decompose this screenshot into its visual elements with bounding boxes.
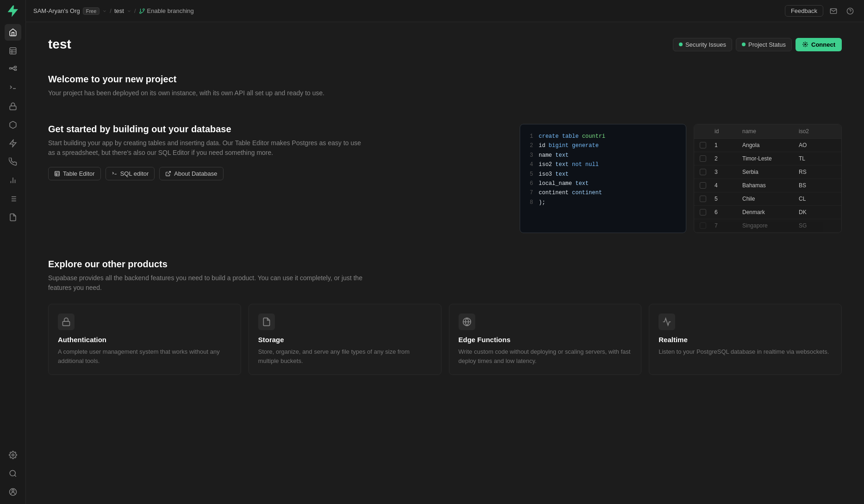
cell-name: Timor-Leste (742, 155, 799, 162)
database-illustration: 1 create table countri 2 id bigint gener… (520, 124, 842, 233)
cell-id: 5 (715, 196, 742, 202)
security-issues-button[interactable]: Security Issues (673, 38, 732, 51)
topbar-right: Feedback (785, 5, 857, 18)
connect-label: Connect (811, 41, 835, 48)
cell-name: Angola (742, 142, 799, 148)
products-section: Explore our other products Supabase prov… (48, 259, 842, 375)
row-checkbox[interactable] (700, 142, 706, 148)
cell-iso2: RS (799, 169, 836, 175)
cell-iso2: CL (799, 196, 836, 202)
product-card-edge-functions[interactable]: Edge Functions Write custom code without… (449, 304, 642, 375)
database-buttons: Table Editor SQL editor About Database (48, 167, 505, 180)
svg-rect-0 (10, 48, 16, 54)
col-name-header: name (742, 128, 799, 135)
sidebar-item-storage[interactable] (5, 117, 21, 133)
code-line-5: 5 iso3 text (528, 170, 678, 179)
row-checkbox[interactable] (700, 155, 706, 162)
edge-functions-product-desc: Write custom code without deploying or s… (459, 347, 632, 365)
header-actions: Security Issues Project Status Connect (673, 38, 842, 51)
svg-point-28 (139, 12, 141, 13)
sql-icon (112, 171, 118, 177)
svg-rect-5 (14, 66, 17, 68)
product-card-realtime[interactable]: Realtime Listen to your PostgreSQL datab… (649, 304, 842, 375)
database-section: Get started by building out your databas… (48, 124, 842, 233)
sidebar (0, 0, 26, 504)
col-id-header: id (715, 128, 742, 135)
connect-icon (802, 41, 808, 48)
database-title: Get started by building out your databas… (48, 124, 505, 135)
auth-icon (58, 313, 75, 330)
sidebar-item-settings[interactable] (5, 447, 21, 463)
cell-id: 7 (715, 222, 742, 229)
row-checkbox[interactable] (700, 196, 706, 202)
sidebar-bottom (5, 447, 21, 500)
table-row: 6 Denmark DK (694, 206, 841, 219)
cell-name: Serbia (742, 169, 799, 175)
product-card-auth[interactable]: Authentication A complete user managemen… (48, 304, 241, 375)
about-database-button[interactable]: About Database (159, 167, 223, 180)
checkbox-header (700, 128, 715, 135)
sidebar-item-table-editor[interactable] (5, 43, 21, 59)
security-issues-label: Security Issues (685, 41, 726, 48)
cell-iso2: TL (799, 155, 836, 162)
table-editor-button[interactable]: Table Editor (48, 167, 101, 180)
project-status-button[interactable]: Project Status (736, 38, 792, 51)
mail-icon-button[interactable] (827, 5, 840, 18)
sidebar-item-realtime[interactable] (5, 154, 21, 170)
separator-1: / (110, 7, 112, 14)
svg-rect-32 (55, 172, 60, 176)
app-logo[interactable] (6, 4, 20, 18)
chevron-down-icon-2 (127, 9, 131, 13)
cell-name: Denmark (742, 209, 799, 215)
topbar: SAM-Aryan's Org Free / test / Enable bra… (26, 0, 864, 22)
row-checkbox[interactable] (700, 182, 706, 189)
svg-line-8 (12, 68, 14, 70)
sidebar-item-logs[interactable] (5, 191, 21, 207)
product-card-storage[interactable]: Storage Store, organize, and serve any f… (249, 304, 441, 375)
cell-iso2: DK (799, 209, 836, 215)
branch-label: Enable branching (147, 7, 194, 14)
table-editor-label: Table Editor (63, 170, 95, 177)
code-line-2: 2 id bigint generate (528, 141, 678, 150)
connect-button[interactable]: Connect (796, 38, 842, 51)
row-checkbox[interactable] (700, 169, 706, 175)
cell-iso2: SG (799, 222, 836, 229)
sidebar-item-home[interactable] (5, 24, 21, 41)
sidebar-item-auth[interactable] (5, 98, 21, 115)
project-name-breadcrumb[interactable]: test (114, 7, 124, 14)
sidebar-item-profile[interactable] (5, 484, 21, 500)
svg-point-22 (10, 470, 15, 476)
auth-product-name: Authentication (58, 336, 231, 344)
row-checkbox[interactable] (700, 209, 706, 215)
sidebar-item-schema[interactable] (5, 61, 21, 78)
welcome-title: Welcome to your new project (48, 74, 842, 85)
breadcrumb: SAM-Aryan's Org Free / test / Enable bra… (33, 7, 781, 15)
database-text: Get started by building out your databas… (48, 124, 505, 180)
code-line-6: 6 local_name text (528, 179, 678, 188)
auth-product-desc: A complete user management system that w… (58, 347, 231, 365)
project-status-label: Project Status (748, 41, 786, 48)
feedback-button[interactable]: Feedback (785, 5, 823, 17)
table-header: id name iso2 (694, 124, 841, 139)
storage-product-name: Storage (258, 336, 432, 344)
enable-branching-btn[interactable]: Enable branching (139, 7, 194, 14)
sidebar-item-search[interactable] (5, 465, 21, 482)
code-line-8: 8 ); (528, 198, 678, 207)
branch-icon (139, 8, 145, 14)
sidebar-item-sql-editor[interactable] (5, 80, 21, 96)
org-name[interactable]: SAM-Aryan's Org (33, 7, 80, 14)
help-icon-button[interactable] (844, 5, 857, 18)
separator-2: / (134, 7, 136, 14)
svg-point-21 (12, 454, 14, 456)
sidebar-item-api-docs[interactable] (5, 209, 21, 226)
row-checkbox[interactable] (700, 222, 706, 229)
svg-rect-4 (9, 68, 12, 69)
sql-editor-button[interactable]: SQL editor (106, 167, 155, 180)
edge-functions-product-name: Edge Functions (459, 336, 632, 344)
svg-line-7 (12, 67, 14, 68)
cell-name: Singapore (742, 222, 799, 229)
col-iso2-header: iso2 (799, 128, 836, 135)
table-panel: id name iso2 1 Angola AO 2 Timor-Leste (694, 124, 842, 233)
sidebar-item-reports[interactable] (5, 172, 21, 189)
sidebar-item-edge-functions[interactable] (5, 135, 21, 152)
